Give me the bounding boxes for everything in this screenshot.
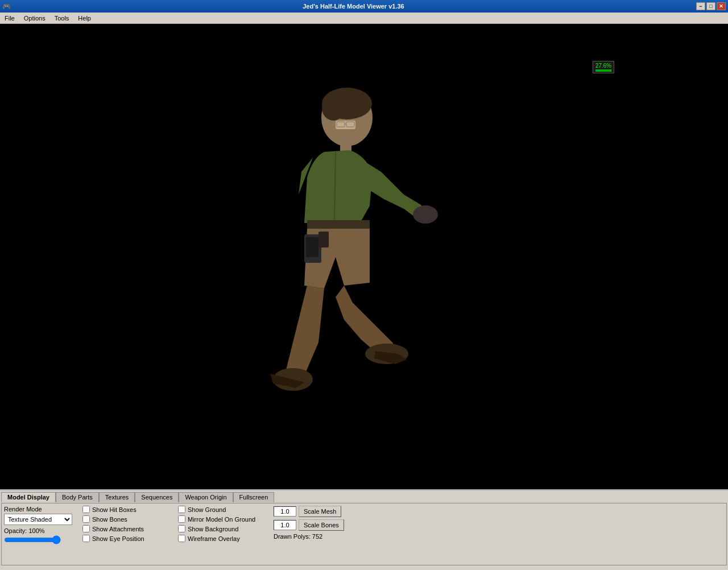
show-background-label: Show Background: [188, 526, 238, 532]
titlebar-title: Jed's Half-Life Model Viewer v1.36: [303, 3, 404, 10]
opacity-slider[interactable]: [4, 535, 61, 544]
model-display-panel: Render Mode Texture ShadedWireframeFlat …: [4, 506, 724, 563]
checkboxes-col1: Show Hit Boxes Show Bones Show Attachmen…: [82, 506, 173, 563]
show-ground-checkbox[interactable]: [178, 506, 185, 513]
character-svg: [182, 58, 478, 411]
fps-counter: 27.6%: [593, 61, 614, 73]
scale-mesh-button[interactable]: Scale Mesh: [299, 506, 341, 517]
mirror-model-checkbox[interactable]: [178, 515, 185, 523]
drawn-polys-label: Drawn Polys: 752: [274, 533, 322, 540]
scale-mesh-row: Scale Mesh: [274, 506, 359, 517]
render-mode-label: Render Mode: [4, 506, 78, 513]
tab-weapon-origin[interactable]: Weapon Origin: [179, 492, 233, 502]
scale-bones-row: Scale Bones: [274, 519, 359, 531]
show-eye-position-label: Show Eye Position: [92, 535, 144, 542]
wireframe-overlay-row: Wireframe Overlay: [178, 535, 269, 542]
tab-sequences[interactable]: Sequences: [135, 492, 179, 502]
mirror-model-label: Mirror Model On Ground: [188, 516, 255, 523]
titlebar: 🎮 Jed's Half-Life Model Viewer v1.36 − □…: [0, 0, 728, 13]
scale-section: Scale Mesh Scale Bones Drawn Polys: 752: [274, 506, 359, 563]
show-bones-label: Show Bones: [92, 516, 127, 523]
menu-options[interactable]: Options: [19, 14, 50, 23]
tab-content-area: Render Mode Texture ShadedWireframeFlat …: [1, 503, 727, 565]
show-ground-label: Show Ground: [188, 506, 226, 513]
wireframe-overlay-label: Wireframe Overlay: [188, 535, 240, 542]
show-hit-boxes-label: Show Hit Boxes: [92, 506, 136, 513]
fps-value: 27.6%: [595, 63, 611, 69]
mirror-model-row: Mirror Model On Ground: [178, 515, 269, 523]
fps-bar: [595, 69, 611, 72]
viewport[interactable]: 27.6%: [0, 24, 728, 489]
titlebar-controls: − □ ✕: [696, 2, 726, 10]
tabs-container: Model Display Body Parts Textures Sequen…: [1, 491, 727, 502]
scale-mesh-input[interactable]: [274, 506, 296, 517]
close-button[interactable]: ✕: [717, 2, 726, 10]
svg-rect-11: [306, 237, 318, 257]
show-bones-checkbox[interactable]: [82, 515, 90, 523]
tab-fullscreen[interactable]: Fullscreen: [233, 492, 275, 502]
show-bones-row: Show Bones: [82, 515, 173, 523]
svg-point-9: [413, 205, 438, 224]
show-hit-boxes-checkbox[interactable]: [82, 506, 90, 513]
show-hit-boxes-row: Show Hit Boxes: [82, 506, 173, 513]
svg-rect-14: [318, 232, 329, 247]
scale-bones-button[interactable]: Scale Bones: [299, 519, 344, 531]
titlebar-icon: 🎮: [2, 2, 11, 10]
checkboxes-col2: Show Ground Mirror Model On Ground Show …: [178, 506, 269, 563]
show-attachments-row: Show Attachments: [82, 525, 173, 532]
show-background-row: Show Background: [178, 525, 269, 532]
tab-textures[interactable]: Textures: [99, 492, 135, 502]
show-attachments-checkbox[interactable]: [82, 525, 90, 532]
render-mode-select[interactable]: Texture ShadedWireframeFlat ShadedSmooth…: [4, 514, 72, 525]
menu-file[interactable]: File: [0, 14, 19, 23]
menu-tools[interactable]: Tools: [50, 14, 74, 23]
opacity-label: Opacity: 100%: [4, 527, 45, 534]
show-eye-position-checkbox[interactable]: [82, 535, 90, 542]
scale-bones-input[interactable]: [274, 520, 296, 530]
opacity-section: Opacity: 100%: [4, 527, 78, 546]
maximize-button[interactable]: □: [706, 2, 715, 10]
tab-model-display[interactable]: Model Display: [1, 492, 56, 502]
show-eye-position-row: Show Eye Position: [82, 535, 173, 542]
menubar: File Options Tools Help: [0, 13, 728, 24]
render-mode-section: Render Mode Texture ShadedWireframeFlat …: [4, 506, 78, 563]
show-ground-row: Show Ground: [178, 506, 269, 513]
svg-point-2: [322, 96, 345, 121]
show-attachments-label: Show Attachments: [92, 526, 144, 532]
minimize-button[interactable]: −: [696, 2, 705, 10]
show-background-checkbox[interactable]: [178, 525, 185, 532]
wireframe-overlay-checkbox[interactable]: [178, 535, 185, 542]
polys-section: Drawn Polys: 752: [274, 533, 359, 540]
character-display: [182, 58, 478, 411]
tab-body-parts[interactable]: Body Parts: [56, 492, 99, 502]
menu-help[interactable]: Help: [73, 14, 96, 23]
bottom-panel: Model Display Body Parts Textures Sequen…: [0, 489, 728, 570]
